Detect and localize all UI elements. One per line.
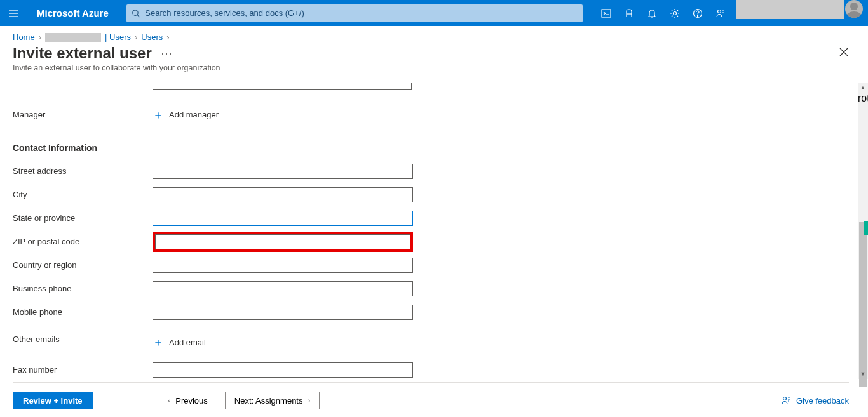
chevron-right-icon: › (308, 397, 310, 404)
contact-information-heading: Contact Information (13, 143, 853, 153)
global-search[interactable] (126, 4, 583, 22)
mobile-phone-label: Mobile phone (13, 307, 153, 317)
give-feedback-label: Give feedback (796, 396, 849, 406)
other-emails-label: Other emails (13, 334, 153, 344)
chevron-right-icon: › (135, 32, 137, 42)
city-label: City (13, 190, 153, 199)
svg-line-4 (137, 15, 139, 17)
feedback-person-icon[interactable] (709, 0, 732, 26)
breadcrumb-home[interactable]: Home (13, 32, 35, 42)
chevron-right-icon: › (166, 32, 169, 42)
help-icon[interactable] (686, 0, 709, 26)
settings-gear-icon[interactable] (663, 0, 686, 26)
more-actions-icon[interactable]: ⋯ (161, 46, 173, 60)
give-feedback-link[interactable]: Give feedback (781, 395, 849, 406)
breadcrumb-tenant-redacted[interactable] (45, 33, 101, 42)
next-label: Next: Assignments (234, 396, 303, 406)
plus-icon: ＋ (153, 107, 164, 122)
next-assignments-button[interactable]: Next: Assignments › (225, 392, 320, 409)
svg-point-3 (132, 10, 137, 15)
scrollbar-thumb[interactable] (859, 222, 867, 387)
manager-label: Manager (13, 110, 153, 119)
street-address-label: Street address (13, 166, 153, 176)
form-area: Manager ＋ Add manager Contact Informatio… (13, 83, 859, 379)
breadcrumb-users[interactable]: Users (141, 32, 163, 42)
add-email-button[interactable]: ＋ Add email (153, 334, 413, 350)
search-icon (132, 9, 140, 18)
notifications-icon[interactable] (641, 0, 663, 26)
scroll-marker (864, 221, 868, 235)
svg-point-9 (674, 11, 677, 15)
country-region-field[interactable] (153, 258, 413, 273)
breadcrumb-tenant-users[interactable]: | Users (105, 32, 131, 42)
brand-label[interactable]: Microsoft Azure (37, 8, 109, 18)
business-phone-field[interactable] (153, 281, 413, 296)
page-subtitle: Invite an external user to collaborate w… (13, 63, 855, 72)
hamburger-menu-icon[interactable] (5, 5, 22, 22)
page-title: Invite external user (13, 44, 152, 62)
business-phone-label: Business phone (13, 284, 153, 293)
mobile-phone-field[interactable] (153, 305, 413, 320)
previous-button[interactable]: ‹ Previous (159, 392, 217, 409)
zip-postal-code-label: ZIP or postal code (13, 237, 153, 246)
fax-number-field[interactable] (153, 362, 413, 378)
previous-label: Previous (175, 396, 208, 406)
add-manager-button[interactable]: ＋ Add manager (153, 107, 413, 122)
state-province-field[interactable] (153, 211, 413, 226)
zip-postal-code-field[interactable] (155, 234, 410, 249)
scroll-down-arrow-icon[interactable]: ▼ (858, 369, 868, 379)
feedback-person-icon (781, 395, 791, 406)
azure-top-bar: Microsoft Azure (0, 0, 868, 26)
chevron-right-icon: › (39, 32, 41, 42)
state-province-label: State or province (13, 213, 153, 223)
svg-point-15 (783, 397, 786, 400)
add-manager-label: Add manager (169, 110, 219, 119)
review-invite-button[interactable]: Review + invite (13, 392, 93, 409)
scroll-up-arrow-icon[interactable]: ▲ (858, 83, 868, 93)
blade-footer: Review + invite ‹ Previous Next: Assignm… (13, 382, 849, 409)
top-bar-icons (595, 0, 863, 26)
add-email-label: Add email (169, 338, 206, 347)
svg-point-11 (697, 15, 698, 16)
svg-point-12 (718, 10, 721, 13)
user-avatar-icon[interactable] (845, 0, 863, 18)
close-blade-button[interactable] (837, 46, 850, 58)
copilot-icon[interactable] (618, 0, 641, 26)
cloud-shell-icon[interactable] (595, 0, 618, 26)
chevron-left-icon: ‹ (168, 397, 171, 404)
fax-number-label: Fax number (13, 365, 153, 374)
country-region-label: Country or region (13, 260, 153, 270)
blade-header: Invite external user ⋯ Invite an externa… (0, 42, 868, 79)
zip-postal-code-highlight (153, 232, 413, 252)
office-location-field-partial[interactable] (153, 83, 412, 90)
account-info-redacted[interactable] (736, 0, 844, 19)
city-field[interactable] (153, 187, 413, 202)
plus-icon: ＋ (153, 334, 164, 350)
breadcrumb: Home › | Users › Users › (0, 26, 868, 42)
street-address-field[interactable] (153, 164, 413, 179)
global-search-input[interactable] (145, 8, 577, 18)
